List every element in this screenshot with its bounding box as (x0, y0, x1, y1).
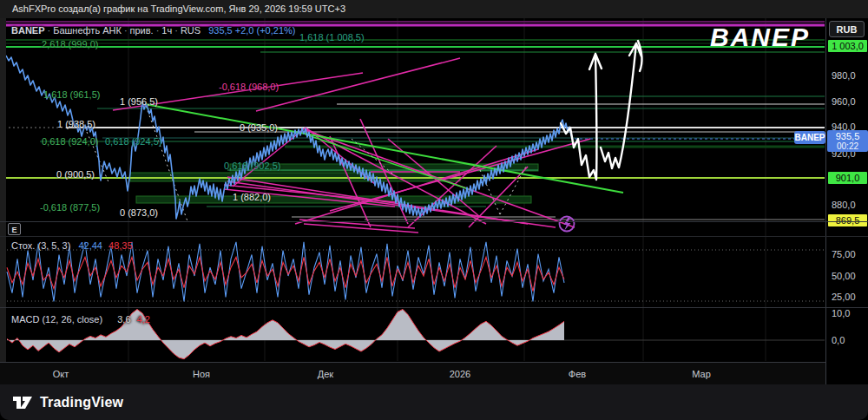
exchange-label: RUS (181, 25, 201, 36)
fib-level-label: 1 (882,0) (233, 192, 271, 202)
axis-tick-label: 880,0 (832, 200, 856, 210)
supply-demand-zone (136, 196, 531, 203)
pink-trendline[interactable] (304, 224, 418, 233)
axis-tick-label: 960,0 (832, 96, 856, 107)
pane-maximize-button[interactable]: E (8, 223, 21, 235)
fib-level-label: -0,618 (968,0) (219, 82, 279, 92)
fib-level-label: 2,618 (999,0) (42, 39, 98, 49)
stochastic-k-value: 42,44 (78, 240, 102, 251)
price-axis[interactable]: RUB 935,5 00:22 980,0960,0940,0920,0880,… (825, 0, 868, 384)
attribution-bar: AshFXPro создал(а) график на TradingView… (0, 0, 868, 18)
symbol-description: Башнефть АНК (53, 25, 122, 36)
macd-title[interactable]: MACD (12, 26, close) (11, 314, 102, 325)
fib-level-label: 0,618 (902,5) (224, 161, 280, 171)
axis-tick-label: 50,00 (832, 271, 856, 281)
time-axis-label: Ноя (182, 369, 220, 379)
tradingview-chart-screenshot: AshFXPro создал(а) график на TradingView… (0, 0, 868, 420)
pane-separator[interactable] (0, 236, 868, 237)
price-change-value: +2,0 (+0,21%) (235, 25, 296, 36)
fib-level-label: 1 (938,5) (57, 119, 95, 129)
interval-label[interactable]: 1ч (161, 25, 172, 36)
tradingview-logo-text[interactable]: TradingView (40, 395, 123, 410)
axis-tick-label: 980,0 (832, 70, 856, 81)
projection-arrow[interactable] (561, 54, 602, 180)
time-axis-label: Окт (42, 369, 80, 379)
price-level-label: 901,0 (828, 172, 867, 184)
fib-level-label: 0,618 (924,5) (105, 136, 161, 147)
stochastic-title[interactable]: Стох. (3, 5, 3) (11, 240, 70, 251)
left-margin (0, 18, 6, 384)
fib-level-label: 1,618 (1 008,5) (299, 32, 365, 43)
axis-tick-label: 75,00 (832, 249, 856, 259)
price-level-label: 1 003,0 (828, 40, 867, 52)
footer-bar: TradingView (0, 384, 868, 420)
attribution-text: AshFXPro создал(а) график на TradingView… (12, 3, 345, 14)
symbol-title[interactable]: BANEP (11, 25, 45, 36)
axis-tick-label: 10,0 (832, 308, 850, 318)
axis-tick-label: 25,00 (832, 292, 856, 302)
fib-level-label: 0 (900,5) (56, 169, 95, 180)
symbol-price-tag: BANEP (794, 131, 825, 144)
symbol-legend[interactable]: BANEP·Башнефть АНК·прив.·1ч·RUS 935,5 +2… (11, 25, 295, 36)
macd-main-value: 3,6 (117, 314, 130, 325)
fib-level-label: -0,618 (877,5) (40, 202, 100, 213)
axis-tick-label: 0,0 (832, 335, 845, 345)
macd-legend[interactable]: MACD (12, 26, close) 3,6 4,2 (11, 314, 150, 325)
fib-level-label: 0,618 (924,0) (42, 136, 98, 147)
time-axis-label: Фев (558, 369, 596, 379)
adjusted-flag: прив. (130, 25, 154, 36)
fib-level-label: 0 (935,0) (240, 122, 278, 133)
dotted-guide-line (146, 106, 187, 221)
currency-button[interactable]: RUB (829, 21, 865, 37)
last-price-label: 935,5 00:22 (827, 130, 868, 152)
stochastic-d-value: 48,35 (108, 240, 133, 251)
price-level-label: 869,5 (828, 214, 867, 226)
symbol-watermark: BANEP (710, 23, 810, 52)
bar-countdown: 00:22 (827, 141, 868, 151)
pane-separator[interactable] (0, 221, 868, 222)
last-price-value: 935,5 (208, 25, 233, 36)
macd-signal-value: 4,2 (137, 314, 150, 325)
time-axis[interactable]: ОктНояДек2026ФевМар (0, 362, 825, 385)
time-axis-label: Дек (306, 369, 345, 379)
fib-level-label: 1 (956,5) (120, 96, 158, 107)
pink-trendline[interactable] (408, 146, 496, 227)
time-axis-label: Мар (682, 369, 720, 379)
fib-level-label: 0 (873,0) (120, 207, 158, 218)
tradingview-logo-icon[interactable] (12, 394, 34, 411)
time-axis-label: 2026 (441, 369, 479, 379)
last-price-text: 935,5 (827, 131, 868, 141)
stochastic-legend[interactable]: Стох. (3, 5, 3) 42,44 48,35 (11, 240, 133, 251)
pane-separator[interactable] (0, 307, 868, 308)
fib-level-label: 1,618 (961,5) (43, 89, 100, 100)
